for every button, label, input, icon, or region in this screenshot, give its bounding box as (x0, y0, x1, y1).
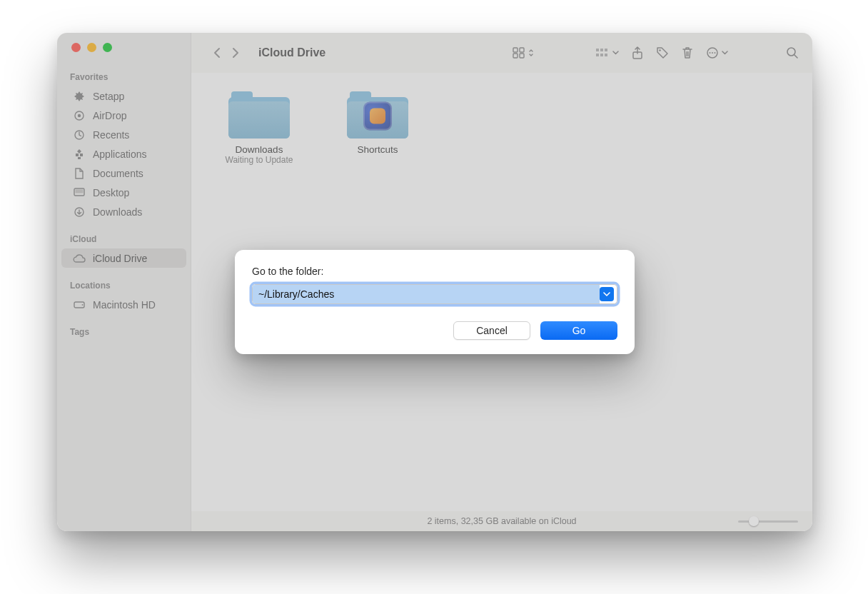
sidebar-item-downloads[interactable]: Downloads (61, 202, 186, 221)
chevron-down-icon (603, 291, 610, 297)
status-text: 2 items, 32,35 GB available on iCloud (427, 516, 576, 526)
button-label: Cancel (476, 325, 508, 336)
sidebar-item-icloud-drive[interactable]: iCloud Drive (61, 248, 186, 268)
shortcuts-app-icon (363, 102, 392, 131)
svg-rect-9 (520, 48, 524, 52)
svg-point-21 (710, 52, 711, 54)
svg-rect-13 (600, 49, 603, 51)
svg-point-7 (82, 304, 84, 306)
cancel-button[interactable]: Cancel (453, 321, 530, 340)
sidebar-item-airdrop[interactable]: AirDrop (61, 106, 186, 125)
finder-window: Favorites Setapp AirDrop Recents Applica… (57, 33, 812, 531)
setapp-icon (73, 90, 86, 103)
window-controls (57, 43, 191, 52)
sidebar-item-label: AirDrop (93, 110, 126, 121)
sidebar-section-icloud: iCloud (57, 230, 191, 248)
svg-point-23 (715, 52, 716, 54)
go-button[interactable]: Go (540, 321, 617, 340)
item-sublabel: Waiting to Update (213, 155, 306, 165)
back-button[interactable] (213, 47, 221, 59)
airdrop-icon (73, 109, 86, 122)
search-button[interactable] (782, 44, 802, 62)
share-button[interactable] (628, 44, 647, 62)
action-menu-button[interactable] (702, 44, 732, 62)
document-icon (73, 167, 86, 180)
disk-icon (73, 298, 86, 311)
svg-rect-16 (600, 54, 603, 56)
download-icon (73, 206, 86, 218)
icon-size-slider[interactable] (738, 515, 798, 527)
sidebar-item-desktop[interactable]: Desktop (61, 183, 186, 202)
zoom-window-button[interactable] (103, 43, 112, 52)
view-mode-button[interactable] (509, 44, 538, 61)
folder-path-input[interactable] (253, 285, 600, 303)
svg-rect-15 (596, 54, 599, 56)
folder-downloads[interactable]: Downloads Waiting to Update (213, 91, 306, 165)
item-label: Shortcuts (331, 144, 424, 155)
toolbar: iCloud Drive (191, 33, 812, 73)
folder-icon (347, 91, 408, 139)
go-to-folder-dialog: Go to the folder: Cancel Go (235, 250, 635, 354)
sidebar-item-label: Documents (93, 168, 143, 179)
apps-icon (73, 148, 86, 161)
item-label: Downloads (213, 144, 306, 155)
desktop-icon (73, 186, 86, 199)
svg-rect-12 (596, 49, 599, 51)
folder-icon (228, 91, 290, 139)
svg-point-22 (712, 52, 713, 54)
button-label: Go (572, 325, 586, 336)
combobox-dropdown-button[interactable] (600, 287, 614, 301)
svg-rect-4 (76, 189, 84, 193)
sidebar-item-applications[interactable]: Applications (61, 144, 186, 163)
sidebar-item-label: Setapp (93, 91, 124, 102)
close-window-button[interactable] (71, 43, 81, 52)
clock-icon (73, 129, 86, 141)
svg-rect-8 (513, 48, 518, 52)
trash-button[interactable] (678, 44, 697, 62)
sidebar-item-documents[interactable]: Documents (61, 163, 186, 183)
sidebar-item-label: Desktop (93, 187, 129, 198)
svg-point-1 (78, 114, 81, 116)
sidebar-item-label: iCloud Drive (93, 253, 147, 264)
sidebar-section-tags: Tags (57, 323, 191, 341)
sidebar-section-favorites: Favorites (57, 68, 191, 86)
tag-button[interactable] (652, 44, 672, 62)
sidebar-item-macintosh-hd[interactable]: Macintosh HD (61, 295, 186, 314)
minimize-window-button[interactable] (87, 43, 96, 52)
sidebar-section-locations: Locations (57, 276, 191, 295)
dialog-label: Go to the folder: (252, 266, 617, 277)
svg-rect-14 (605, 49, 607, 51)
sidebar-item-label: Recents (93, 129, 129, 141)
svg-rect-10 (513, 54, 518, 58)
svg-rect-17 (605, 54, 607, 56)
status-bar: 2 items, 32,35 GB available on iCloud (191, 511, 812, 531)
folder-path-combobox[interactable] (252, 284, 617, 304)
svg-rect-11 (520, 54, 524, 58)
chevron-updown-icon (528, 48, 534, 58)
sidebar: Favorites Setapp AirDrop Recents Applica… (57, 33, 191, 531)
location-title: iCloud Drive (258, 46, 326, 59)
sidebar-item-setapp[interactable]: Setapp (61, 86, 186, 106)
sidebar-item-label: Applications (93, 148, 147, 160)
chevron-down-icon (722, 51, 728, 55)
svg-point-19 (659, 49, 661, 51)
folder-shortcuts[interactable]: Shortcuts (331, 91, 424, 155)
chevron-down-icon (612, 51, 619, 55)
sidebar-item-label: Downloads (93, 206, 142, 218)
sidebar-item-recents[interactable]: Recents (61, 125, 186, 144)
sidebar-item-label: Macintosh HD (93, 299, 156, 311)
slider-thumb[interactable] (749, 516, 759, 526)
group-by-button[interactable] (592, 45, 622, 61)
forward-button[interactable] (231, 47, 240, 59)
svg-point-24 (787, 48, 795, 56)
cloud-icon (73, 252, 86, 265)
